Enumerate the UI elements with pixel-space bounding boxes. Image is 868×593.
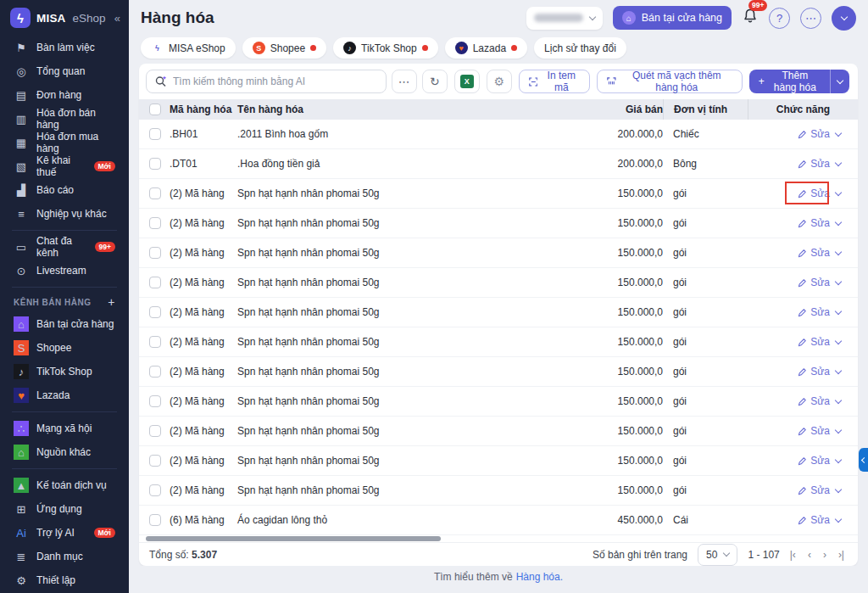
row-checkbox[interactable] <box>149 158 161 170</box>
row-more-actions-chevron[interactable] <box>835 456 842 462</box>
column-header-price[interactable]: Giá bán <box>561 103 663 115</box>
sidebar-collapse-icon[interactable]: « <box>114 12 120 25</box>
row-checkbox[interactable] <box>149 425 161 437</box>
sidebar-item[interactable]: ⚙ Thiết lập <box>7 568 122 592</box>
edit-button[interactable]: Sửa <box>798 484 830 496</box>
sidebar-item[interactable]: S Shopee <box>7 336 122 360</box>
row-checkbox[interactable] <box>149 395 161 407</box>
row-more-actions-chevron[interactable] <box>835 307 842 314</box>
sidebar-item[interactable]: ≡ Nghiệp vụ khác <box>7 202 122 226</box>
sidebar-item[interactable]: ▟ Báo cáo <box>7 178 122 202</box>
row-more-actions-chevron[interactable] <box>835 129 842 136</box>
row-checkbox[interactable] <box>149 336 161 348</box>
more-menu-button[interactable]: ⋯ <box>800 8 821 29</box>
edit-button[interactable]: Sửa <box>798 366 830 378</box>
export-excel-button[interactable]: X <box>454 70 480 93</box>
sidebar-item[interactable]: ▤ Đơn hàng <box>7 83 122 107</box>
sidebar-item[interactable]: ⊙ Livestream <box>7 259 122 283</box>
sidebar-item[interactable]: ⚑ Bàn làm việc <box>7 36 122 59</box>
channel-tab[interactable]: ϟ MISA eShop <box>141 37 236 59</box>
row-checkbox[interactable] <box>149 366 161 378</box>
notifications-button[interactable]: 99+ <box>742 8 759 28</box>
row-checkbox[interactable] <box>149 277 161 288</box>
row-checkbox[interactable] <box>149 306 161 318</box>
first-page-button[interactable]: |‹ <box>790 549 796 561</box>
search-box[interactable] <box>146 70 387 93</box>
row-more-actions-chevron[interactable] <box>835 337 842 344</box>
sell-at-store-button[interactable]: ⌂ Bán tại cửa hàng <box>613 6 732 30</box>
help-button[interactable]: ? <box>769 8 790 29</box>
edit-button[interactable]: Sửa <box>798 514 830 526</box>
edit-button[interactable]: Sửa <box>798 425 830 437</box>
sidebar-item[interactable]: ⌂ Bán tại cửa hàng <box>7 312 122 336</box>
edit-button[interactable]: Sửa <box>798 455 830 467</box>
edit-button[interactable]: Sửa <box>798 336 830 348</box>
row-more-actions-chevron[interactable] <box>835 485 842 492</box>
channel-tab[interactable]: ♥ Lazada <box>445 37 527 59</box>
sidebar-item[interactable]: ▥ Hóa đơn bán hàng <box>7 107 122 131</box>
row-checkbox[interactable] <box>149 128 161 140</box>
edit-button[interactable]: Sửa <box>798 247 830 259</box>
row-more-actions-chevron[interactable] <box>835 426 842 433</box>
sidebar-item[interactable]: ▭ Chat đa kênh 99+ <box>7 235 122 259</box>
sidebar-item[interactable]: ≣ Danh mục <box>7 545 122 568</box>
row-checkbox[interactable] <box>149 217 161 229</box>
horizontal-scrollbar[interactable] <box>146 536 441 541</box>
sidebar-item[interactable]: ♥ Lazada <box>7 383 122 407</box>
edit-button[interactable]: Sửa <box>798 217 830 229</box>
edit-button[interactable]: Sửa <box>798 306 830 318</box>
scan-barcode-add-button[interactable]: Quét mã vạch thêm hàng hóa <box>597 70 743 93</box>
sidebar-item[interactable]: ⌂ Nguồn khác <box>7 440 122 464</box>
add-product-button[interactable]: +Thêm hàng hóa <box>749 70 849 93</box>
sidebar-item[interactable]: ▲ Kế toán dịch vụ <box>7 473 122 497</box>
channel-tab[interactable]: S Shopee <box>242 37 326 59</box>
collapse-panel-handle[interactable] <box>859 448 868 472</box>
sidebar-item[interactable]: ▦ Hóa đơn mua hàng <box>7 131 122 154</box>
sidebar-item[interactable]: Ai Trợ lý AI Mới <box>7 521 122 545</box>
table-settings-button[interactable]: ⚙ <box>487 70 512 93</box>
refresh-button[interactable]: ↻ <box>422 70 448 93</box>
search-more-button[interactable]: ⋯ <box>392 70 417 93</box>
row-more-actions-chevron[interactable] <box>835 159 842 165</box>
edit-button[interactable]: Sửa <box>798 187 830 199</box>
column-header-unit[interactable]: Đơn vị tính <box>663 99 748 120</box>
row-more-actions-chevron[interactable] <box>835 396 842 403</box>
row-more-actions-chevron[interactable] <box>835 366 842 373</box>
next-page-button[interactable]: › <box>823 549 826 561</box>
edit-button[interactable]: Sửa <box>798 158 830 170</box>
store-switcher-select[interactable] <box>526 7 603 30</box>
channel-tab[interactable]: Lịch sử thay đổi <box>534 37 626 59</box>
sidebar-item[interactable]: ♪ TikTok Shop <box>7 360 122 383</box>
select-all-checkbox[interactable] <box>149 103 161 115</box>
row-more-actions-chevron[interactable] <box>835 248 842 255</box>
sidebar-item[interactable]: ◎ Tổng quan <box>7 59 122 83</box>
sidebar-item[interactable]: ▧ Kê khai thuế Mới <box>7 154 122 178</box>
tax-icon: ▧ <box>14 159 29 174</box>
edit-button[interactable]: Sửa <box>798 128 830 140</box>
row-checkbox[interactable] <box>149 455 161 467</box>
column-header-code[interactable]: Mã hàng hóa <box>170 103 237 115</box>
row-more-actions-chevron[interactable] <box>835 515 842 522</box>
edit-button[interactable]: Sửa <box>798 395 830 407</box>
row-more-actions-chevron[interactable] <box>835 218 842 225</box>
sidebar-item[interactable]: ⊞ Ứng dụng <box>7 497 122 521</box>
prev-page-button[interactable]: ‹ <box>808 549 811 561</box>
user-avatar[interactable] <box>832 6 856 31</box>
last-page-button[interactable]: ›| <box>838 549 844 561</box>
edit-button[interactable]: Sửa <box>798 277 830 288</box>
per-page-select[interactable]: 50 <box>698 544 737 566</box>
sidebar-item[interactable]: ∴ Mạng xã hội <box>7 417 122 440</box>
row-checkbox[interactable] <box>149 514 161 526</box>
add-channel-button[interactable]: + <box>108 295 115 309</box>
row-checkbox[interactable] <box>149 187 161 199</box>
learn-more-link[interactable]: Hàng hóa. <box>516 571 563 583</box>
column-header-name[interactable]: Tên hàng hóa <box>237 103 561 115</box>
row-more-actions-chevron[interactable] <box>835 277 842 284</box>
channel-tab[interactable]: ♪ TikTok Shop <box>333 37 438 59</box>
search-input[interactable] <box>173 76 378 87</box>
row-checkbox[interactable] <box>149 484 161 496</box>
add-product-dropdown[interactable] <box>830 70 849 93</box>
row-checkbox[interactable] <box>149 247 161 259</box>
print-barcode-button[interactable]: In tem mã <box>519 70 590 93</box>
row-more-actions-chevron[interactable] <box>835 188 842 195</box>
